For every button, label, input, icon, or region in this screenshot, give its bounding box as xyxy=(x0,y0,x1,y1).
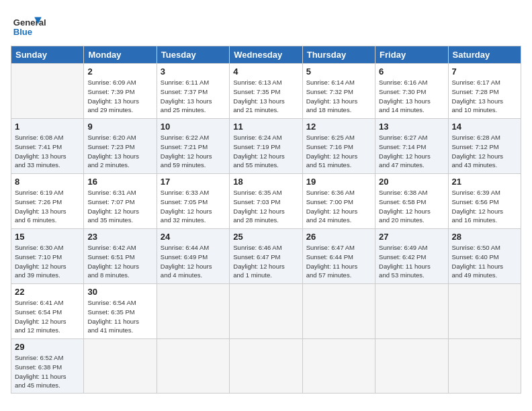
calendar-cell: 26Sunrise: 6:47 AM Sunset: 6:44 PM Dayli… xyxy=(302,229,375,284)
day-info: Sunrise: 6:46 AM Sunset: 6:47 PM Dayligh… xyxy=(233,243,298,280)
day-info: Sunrise: 6:28 AM Sunset: 7:12 PM Dayligh… xyxy=(452,133,517,170)
day-number: 24 xyxy=(161,232,226,242)
day-number: 3 xyxy=(161,66,226,77)
day-info: Sunrise: 6:35 AM Sunset: 7:03 PM Dayligh… xyxy=(233,188,298,225)
calendar-cell: 7Sunrise: 6:17 AM Sunset: 7:28 PM Daylig… xyxy=(448,64,521,119)
day-info: Sunrise: 6:50 AM Sunset: 6:40 PM Dayligh… xyxy=(452,243,517,280)
header-row: SundayMondayTuesdayWednesdayThursdayFrid… xyxy=(11,46,521,64)
calendar-cell xyxy=(11,64,84,119)
calendar-cell: 16Sunrise: 6:31 AM Sunset: 7:07 PM Dayli… xyxy=(84,174,157,229)
calendar-cell: 6Sunrise: 6:16 AM Sunset: 7:30 PM Daylig… xyxy=(375,64,448,119)
calendar-cell: 20Sunrise: 6:38 AM Sunset: 6:58 PM Dayli… xyxy=(375,174,448,229)
day-number: 29 xyxy=(15,342,80,352)
calendar-cell xyxy=(230,284,302,339)
calendar-cell: 10Sunrise: 6:22 AM Sunset: 7:21 PM Dayli… xyxy=(157,119,229,174)
day-number: 2 xyxy=(87,66,152,77)
day-number: 10 xyxy=(161,122,226,132)
calendar-cell: 12Sunrise: 6:25 AM Sunset: 7:16 PM Dayli… xyxy=(302,119,375,174)
day-number: 14 xyxy=(452,122,517,132)
calendar-cell xyxy=(375,284,448,339)
day-number: 4 xyxy=(233,66,298,77)
day-number: 30 xyxy=(87,287,152,297)
day-info: Sunrise: 6:38 AM Sunset: 6:58 PM Dayligh… xyxy=(379,188,444,225)
day-number: 12 xyxy=(306,122,371,132)
day-info: Sunrise: 6:54 AM Sunset: 6:35 PM Dayligh… xyxy=(87,298,152,335)
calendar-cell: 18Sunrise: 6:35 AM Sunset: 7:03 PM Dayli… xyxy=(230,174,302,229)
calendar-cell xyxy=(448,339,521,394)
svg-text:Blue: Blue xyxy=(13,27,32,37)
day-number: 1 xyxy=(15,122,80,132)
day-number: 11 xyxy=(233,122,298,132)
calendar-cell: 3Sunrise: 6:11 AM Sunset: 7:37 PM Daylig… xyxy=(157,64,229,119)
day-of-week-header: Tuesday xyxy=(157,46,229,64)
day-info: Sunrise: 6:20 AM Sunset: 7:23 PM Dayligh… xyxy=(87,133,152,170)
day-of-week-header: Monday xyxy=(84,46,157,64)
calendar-cell xyxy=(157,339,229,394)
calendar-cell: 21Sunrise: 6:39 AM Sunset: 6:56 PM Dayli… xyxy=(448,174,521,229)
day-info: Sunrise: 6:42 AM Sunset: 6:51 PM Dayligh… xyxy=(87,243,152,280)
day-info: Sunrise: 6:08 AM Sunset: 7:41 PM Dayligh… xyxy=(15,133,80,170)
day-info: Sunrise: 6:22 AM Sunset: 7:21 PM Dayligh… xyxy=(161,133,226,170)
day-info: Sunrise: 6:09 AM Sunset: 7:39 PM Dayligh… xyxy=(87,78,152,115)
calendar-cell xyxy=(230,339,302,394)
day-number: 9 xyxy=(87,122,152,132)
day-info: Sunrise: 6:36 AM Sunset: 7:00 PM Dayligh… xyxy=(306,188,371,225)
calendar-cell: 29Sunrise: 6:52 AM Sunset: 6:38 PM Dayli… xyxy=(11,339,84,394)
day-info: Sunrise: 6:11 AM Sunset: 7:37 PM Dayligh… xyxy=(161,78,226,115)
calendar-cell xyxy=(375,339,448,394)
day-of-week-header: Saturday xyxy=(448,46,521,64)
day-number: 23 xyxy=(87,232,152,242)
svg-text:General: General xyxy=(13,17,46,28)
day-number: 21 xyxy=(452,177,517,187)
day-info: Sunrise: 6:16 AM Sunset: 7:30 PM Dayligh… xyxy=(379,78,444,115)
calendar-cell: 28Sunrise: 6:50 AM Sunset: 6:40 PM Dayli… xyxy=(448,229,521,284)
calendar-cell xyxy=(84,339,157,394)
calendar-cell: 17Sunrise: 6:33 AM Sunset: 7:05 PM Dayli… xyxy=(157,174,229,229)
day-info: Sunrise: 6:25 AM Sunset: 7:16 PM Dayligh… xyxy=(306,133,371,170)
calendar-cell: 22Sunrise: 6:41 AM Sunset: 6:54 PM Dayli… xyxy=(11,284,84,339)
logo-icon: General Blue xyxy=(12,11,59,38)
calendar-week-row: 29Sunrise: 6:52 AM Sunset: 6:38 PM Dayli… xyxy=(11,339,521,394)
calendar-cell: 4Sunrise: 6:13 AM Sunset: 7:35 PM Daylig… xyxy=(230,64,302,119)
day-number: 8 xyxy=(15,177,80,187)
day-info: Sunrise: 6:31 AM Sunset: 7:07 PM Dayligh… xyxy=(87,188,152,225)
day-number: 20 xyxy=(379,177,444,187)
calendar-cell: 13Sunrise: 6:27 AM Sunset: 7:14 PM Dayli… xyxy=(375,119,448,174)
day-number: 22 xyxy=(15,287,80,297)
calendar-cell xyxy=(448,284,521,339)
calendar-table: SundayMondayTuesdayWednesdayThursdayFrid… xyxy=(11,46,521,394)
day-number: 18 xyxy=(233,177,298,187)
calendar-week-row: 1Sunrise: 6:08 AM Sunset: 7:41 PM Daylig… xyxy=(11,119,521,174)
day-info: Sunrise: 6:49 AM Sunset: 6:42 PM Dayligh… xyxy=(379,243,444,280)
calendar-cell: 2Sunrise: 6:09 AM Sunset: 7:39 PM Daylig… xyxy=(84,64,157,119)
day-number: 15 xyxy=(15,232,80,242)
day-info: Sunrise: 6:30 AM Sunset: 7:10 PM Dayligh… xyxy=(15,243,80,280)
calendar-week-row: 15Sunrise: 6:30 AM Sunset: 7:10 PM Dayli… xyxy=(11,229,521,284)
day-of-week-header: Friday xyxy=(375,46,448,64)
calendar-week-row: 2Sunrise: 6:09 AM Sunset: 7:39 PM Daylig… xyxy=(11,64,521,119)
day-info: Sunrise: 6:14 AM Sunset: 7:32 PM Dayligh… xyxy=(306,78,371,115)
day-of-week-header: Sunday xyxy=(11,46,84,64)
day-number: 13 xyxy=(379,122,444,132)
calendar-cell: 9Sunrise: 6:20 AM Sunset: 7:23 PM Daylig… xyxy=(84,119,157,174)
day-info: Sunrise: 6:33 AM Sunset: 7:05 PM Dayligh… xyxy=(161,188,226,225)
day-info: Sunrise: 6:41 AM Sunset: 6:54 PM Dayligh… xyxy=(15,298,80,335)
calendar-cell: 5Sunrise: 6:14 AM Sunset: 7:32 PM Daylig… xyxy=(302,64,375,119)
day-number: 16 xyxy=(87,177,152,187)
day-info: Sunrise: 6:17 AM Sunset: 7:28 PM Dayligh… xyxy=(452,78,517,115)
day-number: 28 xyxy=(452,232,517,242)
calendar-cell: 8Sunrise: 6:19 AM Sunset: 7:26 PM Daylig… xyxy=(11,174,84,229)
day-info: Sunrise: 6:24 AM Sunset: 7:19 PM Dayligh… xyxy=(233,133,298,170)
calendar-cell: 15Sunrise: 6:30 AM Sunset: 7:10 PM Dayli… xyxy=(11,229,84,284)
day-number: 6 xyxy=(379,66,444,77)
day-of-week-header: Thursday xyxy=(302,46,375,64)
day-info: Sunrise: 6:52 AM Sunset: 6:38 PM Dayligh… xyxy=(15,353,80,390)
day-number: 7 xyxy=(452,66,517,77)
day-info: Sunrise: 6:44 AM Sunset: 6:49 PM Dayligh… xyxy=(161,243,226,280)
calendar-cell: 1Sunrise: 6:08 AM Sunset: 7:41 PM Daylig… xyxy=(11,119,84,174)
day-number: 5 xyxy=(306,66,371,77)
header-area: General Blue xyxy=(11,11,521,40)
calendar-cell: 19Sunrise: 6:36 AM Sunset: 7:00 PM Dayli… xyxy=(302,174,375,229)
day-number: 17 xyxy=(161,177,226,187)
day-info: Sunrise: 6:19 AM Sunset: 7:26 PM Dayligh… xyxy=(15,188,80,225)
